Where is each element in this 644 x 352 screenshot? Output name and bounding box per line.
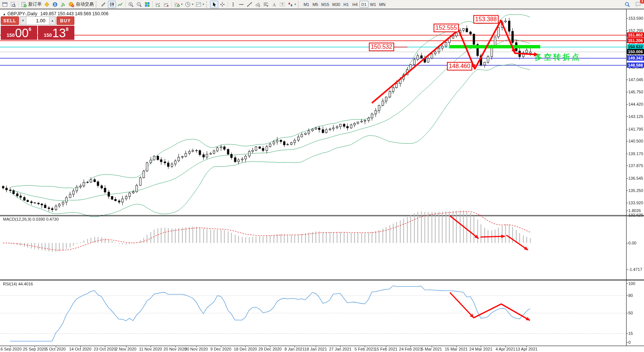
print-preview-icon[interactable]	[9, 1, 17, 8]
svg-text:E: E	[259, 4, 261, 7]
horizontal-line-tool-icon[interactable]	[237, 1, 245, 8]
timeframe-w1[interactable]: W1	[368, 1, 378, 8]
tile-windows-icon[interactable]	[143, 1, 151, 8]
buy-button[interactable]: BUY	[57, 16, 74, 25]
notification-badge: 1	[640, 0, 644, 4]
cursor-tool-icon[interactable]	[210, 1, 218, 8]
channel-tool-icon[interactable]: E	[254, 1, 262, 8]
line-chart-icon[interactable]	[116, 1, 124, 8]
symbol-status-line: ▲GBPJPY-,Daily149.857 150.443 149.569 15…	[3, 11, 109, 16]
quotes-icon[interactable]	[43, 1, 51, 8]
new-order-label: 新订单	[28, 1, 42, 7]
collapse-icon[interactable]: ▲	[3, 12, 6, 16]
svg-text:T: T	[281, 3, 283, 6]
auto-trading-button[interactable]: 自动交易	[67, 1, 95, 8]
dropdown-caret-icon: ▾	[192, 3, 193, 6]
buy-price-big: 13	[52, 27, 66, 39]
svg-text:A: A	[273, 2, 276, 7]
toolbar-grip	[96, 1, 99, 7]
toolbar-grip	[206, 1, 209, 7]
vertical-line-tool-icon[interactable]	[229, 1, 237, 8]
templates-menu-button[interactable]: ▾	[194, 1, 205, 8]
price-chart-canvas[interactable]	[0, 9, 644, 352]
volume-control: ▼ ▲	[20, 16, 56, 25]
zoom-in-icon[interactable]	[127, 1, 135, 8]
volume-decrease-button[interactable]: ▼	[20, 17, 26, 25]
timeframe-m30[interactable]: M30	[331, 1, 341, 8]
timeframe-m1[interactable]: M1	[302, 1, 311, 8]
trendline-tool-icon[interactable]	[245, 1, 254, 8]
sell-price-sup: 6	[29, 26, 31, 32]
chart-window: MACD(12,26,9) 0.0390 0.4730 RSI(14) 44.4…	[0, 9, 644, 352]
dropdown-caret-icon: ▾	[181, 3, 183, 6]
volume-input[interactable]	[26, 17, 49, 25]
sell-price[interactable]: 150006	[1, 26, 37, 40]
auto-trading-label: 自动交易	[76, 1, 94, 7]
buy-price-sup: 8	[66, 26, 68, 32]
candlestick-chart-icon[interactable]	[108, 1, 116, 8]
dropdown-caret-icon: ▾	[203, 3, 204, 6]
auto-scroll-icon[interactable]	[154, 1, 162, 8]
toolbar-grip	[298, 1, 301, 7]
symbol-quotes: 149.857 150.443 149.569 150.006	[40, 11, 109, 16]
sell-price-big: 00	[15, 27, 29, 39]
volume-increase-button[interactable]: ▲	[49, 17, 55, 25]
text-label-tool-icon[interactable]: T	[278, 1, 286, 8]
svg-text:F: F	[267, 5, 268, 7]
toolbar-separator	[125, 1, 126, 7]
search-icon[interactable]	[623, 1, 632, 8]
main-toolbar: 新订单 自动交易 ▾ ▾ ▾ E F A T ▾ M1 M5 M15 M3	[0, 0, 644, 9]
buy-price-main: 150	[44, 32, 52, 38]
crosshair-tool-icon[interactable]	[218, 1, 226, 8]
dropdown-caret-icon: ▾	[294, 3, 296, 6]
timeframe-m5[interactable]: M5	[311, 1, 320, 8]
toolbar-separator	[171, 1, 172, 7]
periods-menu-button[interactable]: ▾	[184, 1, 194, 8]
one-click-trading-widget: SELL ▼ ▲ BUY 150006 150138	[1, 16, 74, 40]
chart-shift-icon[interactable]	[162, 1, 170, 8]
indicators-menu-button[interactable]: ▾	[173, 1, 184, 8]
sell-price-main: 150	[7, 32, 15, 38]
buy-price[interactable]: 150138	[38, 26, 74, 40]
toolbar-separator	[18, 1, 19, 7]
zoom-out-icon[interactable]	[135, 1, 143, 8]
signals-icon[interactable]	[59, 1, 67, 8]
bar-chart-icon[interactable]	[100, 1, 108, 8]
toolbar-separator	[152, 1, 153, 7]
timeframe-m15[interactable]: M15	[320, 1, 331, 8]
timeframe-mn[interactable]: MN	[377, 1, 387, 8]
text-tool-icon[interactable]: A	[270, 1, 278, 8]
arrows-tool-button[interactable]: ▾	[286, 1, 297, 8]
toolbar-separator	[228, 1, 228, 7]
timeframe-h1[interactable]: H1	[342, 1, 351, 8]
new-chart-window-icon[interactable]	[1, 1, 9, 8]
community-icon[interactable]	[51, 1, 59, 8]
timeframe-d1[interactable]: D1	[360, 1, 368, 8]
sell-button[interactable]: SELL	[1, 16, 19, 25]
symbol-name: GBPJPY-,Daily	[7, 11, 37, 16]
new-order-button[interactable]: 新订单	[20, 1, 43, 8]
fibonacci-tool-icon[interactable]: F	[262, 1, 270, 8]
timeframe-h4[interactable]: H4	[351, 1, 360, 8]
